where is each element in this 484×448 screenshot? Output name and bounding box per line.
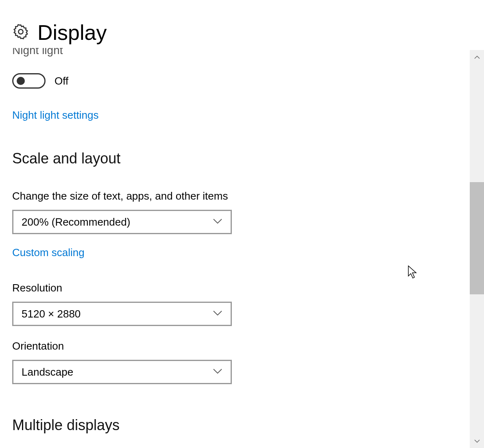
chevron-down-icon [213, 218, 222, 226]
svg-point-0 [18, 29, 23, 34]
night-light-label: Night light [12, 48, 435, 59]
scale-size-value: 200% (Recommended) [22, 216, 130, 228]
orientation-label: Orientation [12, 340, 435, 352]
resolution-dropdown[interactable]: 5120 × 2880 [12, 302, 232, 326]
content-area: Night light Off Night light settings Sca… [0, 45, 447, 448]
scroll-track[interactable] [470, 64, 484, 434]
scroll-thumb[interactable] [470, 182, 484, 294]
chevron-down-icon [213, 368, 222, 376]
toggle-knob [17, 77, 25, 85]
orientation-value: Landscape [22, 366, 73, 378]
night-light-toggle[interactable] [12, 73, 46, 89]
scroll-down-arrow[interactable] [470, 434, 484, 448]
scale-size-dropdown[interactable]: 200% (Recommended) [12, 210, 232, 234]
scroll-up-arrow[interactable] [470, 50, 484, 64]
resolution-value: 5120 × 2880 [22, 308, 81, 320]
scale-size-label: Change the size of text, apps, and other… [12, 190, 435, 202]
vertical-scrollbar[interactable] [470, 50, 484, 448]
night-light-settings-link[interactable]: Night light settings [12, 109, 98, 122]
scale-layout-heading: Scale and layout [12, 150, 435, 167]
night-light-state: Off [55, 75, 68, 87]
chevron-down-icon [213, 310, 222, 318]
gear-icon [12, 23, 29, 42]
multiple-displays-heading: Multiple displays [12, 417, 435, 434]
orientation-dropdown[interactable]: Landscape [12, 360, 232, 384]
page-header: Display [0, 0, 484, 45]
custom-scaling-link[interactable]: Custom scaling [12, 246, 85, 259]
night-light-toggle-row: Off [12, 73, 435, 89]
resolution-label: Resolution [12, 282, 435, 294]
page-title: Display [37, 20, 107, 45]
